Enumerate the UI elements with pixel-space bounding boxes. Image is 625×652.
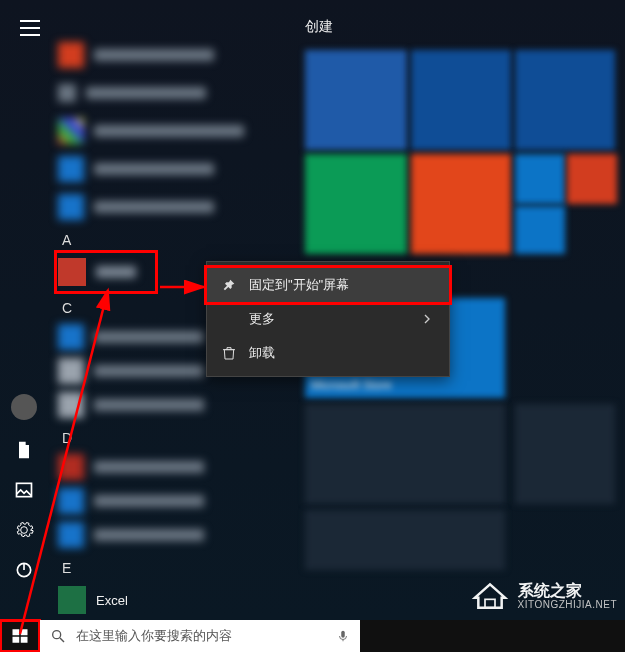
list-item[interactable] xyxy=(58,390,258,420)
tile[interactable] xyxy=(305,50,407,150)
tile[interactable] xyxy=(305,510,505,570)
list-item[interactable] xyxy=(58,116,258,146)
menu-label: 固定到"开始"屏幕 xyxy=(249,276,349,294)
list-item[interactable] xyxy=(58,452,258,482)
user-avatar-icon[interactable] xyxy=(11,394,37,420)
windows-logo-icon xyxy=(11,627,29,645)
app-item-excel[interactable]: Excel xyxy=(58,582,258,618)
menu-uninstall[interactable]: 卸载 xyxy=(207,336,449,370)
context-menu: 固定到"开始"屏幕 更多 卸载 xyxy=(206,261,450,377)
tile[interactable] xyxy=(515,404,615,504)
watermark-logo-icon xyxy=(470,576,510,616)
alpha-header-d[interactable]: D xyxy=(62,430,258,446)
svg-point-7 xyxy=(53,631,61,639)
app-item-highlighted[interactable] xyxy=(58,254,154,290)
taskbar: 在这里输入你要搜索的内容 xyxy=(0,620,625,652)
start-button[interactable] xyxy=(0,620,40,652)
excel-icon xyxy=(58,586,86,614)
watermark-url: XITONGZHIJIA.NET xyxy=(518,599,618,610)
tile[interactable] xyxy=(305,154,407,254)
menu-pin-to-start[interactable]: 固定到"开始"屏幕 xyxy=(207,268,449,302)
tile[interactable] xyxy=(411,50,511,150)
list-item[interactable] xyxy=(58,520,258,550)
start-left-rail xyxy=(0,394,48,588)
list-item[interactable] xyxy=(58,486,258,516)
pictures-icon[interactable] xyxy=(14,480,34,500)
tile[interactable] xyxy=(567,154,617,204)
list-item[interactable] xyxy=(58,78,258,108)
documents-icon[interactable] xyxy=(14,440,34,460)
alpha-header-a[interactable]: A xyxy=(62,232,258,248)
tile[interactable] xyxy=(305,404,505,504)
hamburger-icon[interactable] xyxy=(20,20,40,36)
power-icon[interactable] xyxy=(14,560,34,580)
trash-icon xyxy=(221,345,237,361)
tile[interactable] xyxy=(515,50,615,150)
watermark-title: 系统之家 xyxy=(518,582,618,600)
list-item[interactable] xyxy=(58,192,258,222)
chevron-right-icon xyxy=(419,311,435,327)
search-icon xyxy=(50,628,66,644)
app-label: Excel xyxy=(96,593,128,608)
pin-icon xyxy=(221,277,237,293)
tile[interactable] xyxy=(411,154,511,254)
watermark: 系统之家 XITONGZHIJIA.NET xyxy=(470,576,618,616)
gear-icon[interactable] xyxy=(14,520,34,540)
tile[interactable] xyxy=(515,154,565,204)
list-item[interactable] xyxy=(58,154,258,184)
search-placeholder: 在这里输入你要搜索的内容 xyxy=(76,627,232,645)
tile-group-header[interactable]: 创建 xyxy=(305,18,333,36)
list-item[interactable] xyxy=(58,40,258,70)
menu-label: 更多 xyxy=(249,310,275,328)
svg-rect-6 xyxy=(21,637,28,643)
tile-label: Microsoft Store xyxy=(311,378,392,392)
search-box[interactable]: 在这里输入你要搜索的内容 xyxy=(40,620,360,652)
microphone-icon[interactable] xyxy=(336,629,350,643)
app-icon xyxy=(58,258,86,286)
svg-rect-3 xyxy=(13,629,20,635)
menu-label: 卸载 xyxy=(249,344,275,362)
alpha-header-e[interactable]: E xyxy=(62,560,258,576)
tile[interactable] xyxy=(515,206,565,254)
svg-line-8 xyxy=(60,638,64,642)
svg-rect-5 xyxy=(13,637,20,643)
app-label xyxy=(96,266,136,278)
svg-rect-9 xyxy=(341,631,345,638)
menu-more[interactable]: 更多 xyxy=(207,302,449,336)
svg-rect-4 xyxy=(21,629,28,635)
